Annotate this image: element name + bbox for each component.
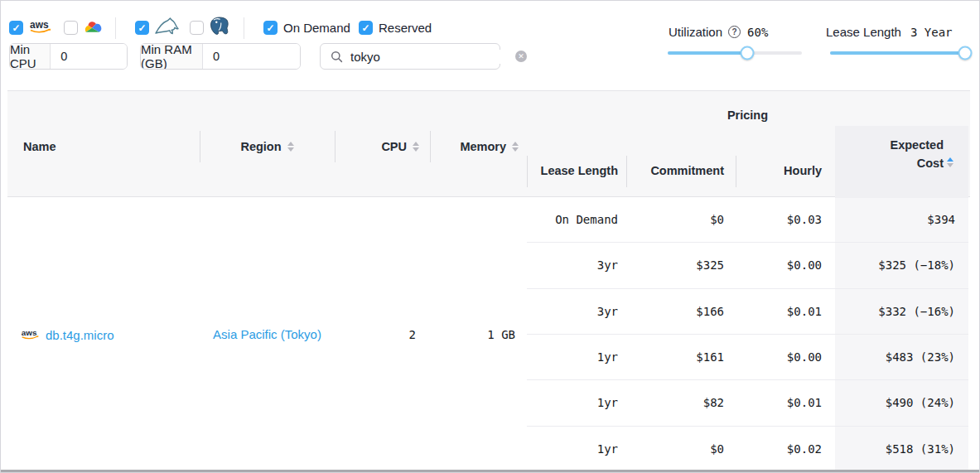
magnifier-icon [331,51,343,63]
cpu-cell: 2 [335,328,430,341]
min-ram-input[interactable] [203,44,300,69]
hourly-cell: $0.00 [736,350,835,364]
column-separator [527,156,528,187]
help-icon[interactable]: ? [728,26,741,38]
expected-cost-cell: $490 (24%) [835,380,968,425]
lease-length-control-label: Lease Length 3 Year [826,25,953,39]
commitment-cell: $166 [626,305,736,318]
pricing-row: 1yr $161 $0.00 $483 (23%) [527,335,968,380]
pricing-row: On Demand $0 $0.03 $394 [527,197,968,243]
column-separator [200,131,200,162]
memory-cell: 1 GB [430,328,527,341]
memory-column-header[interactable]: Memory [430,138,527,155]
utilization-value: 60% [747,26,768,39]
mysql-dolphin-logo-icon [153,16,180,37]
hourly-cell: $0.00 [736,258,835,272]
cloud-pricing-app: ✓ aws ✓ ✓ ✓ ✓ On Demand ✓ [0,0,980,473]
commitment-cell: $0 [626,213,736,226]
hourly-cell: $0.02 [736,442,835,456]
clear-search-icon[interactable]: ✕ [515,51,527,62]
aws-logo-icon: aws [29,19,52,35]
region-column-label: Region [240,138,281,155]
lease-length-value: 3 Year [910,26,953,39]
pricing-row: 1yr $0 $0.02 $518 (31%) [527,427,968,471]
expected-cost-cell: $325 (−18%) [835,243,968,287]
lease-length-column-header: Lease Length [527,162,626,180]
postgresql-elephant-logo-icon [209,16,230,37]
pricing-row: 3yr $166 $0.01 $332 (−16%) [527,289,968,335]
commitment-cell: $0 [626,442,736,456]
column-separator [736,156,736,187]
min-cpu-label: Min CPU [10,44,51,69]
utilization-slider-fill [668,51,747,55]
min-cpu-input[interactable] [51,44,127,69]
svg-text:aws: aws [22,328,37,337]
expected-cost-cell: $394 [835,197,968,242]
instances-table: Pricing Name Region CPU Memory Lease Len… [7,90,970,472]
check-icon: ✓ [361,23,369,33]
lease-length-cell: 1yr [527,396,626,409]
filter-divider [115,17,116,39]
commitment-cell: $325 [626,258,736,272]
check-icon: ✓ [12,23,20,33]
region-column-header[interactable]: Region [200,138,335,155]
min-ram-filter: Min RAM (GB) [140,43,301,70]
sort-arrows-icon[interactable] [413,142,419,152]
on-demand-checkbox[interactable]: ✓ [263,21,278,35]
region-link[interactable]: Asia Pacific (Tokyo) [213,327,321,341]
instance-row: aws db.t4g.micro Asia Pacific (Tokyo) 2 … [7,197,527,471]
google-cloud-provider-checkbox[interactable]: ✓ [64,21,78,35]
lease-length-label: Lease Length [826,25,901,39]
sort-arrows-icon[interactable] [512,142,519,152]
pricing-row: 1yr $82 $0.01 $490 (24%) [527,380,968,426]
mysql-engine-checkbox[interactable]: ✓ [135,21,149,35]
reserved-checkbox[interactable]: ✓ [359,21,373,35]
expected-cost-cell: $518 (31%) [835,427,968,471]
search-input[interactable] [350,50,515,64]
sort-arrows-icon[interactable] [947,157,953,167]
search-box: ✕ [320,43,500,70]
utilization-slider-thumb[interactable] [741,46,755,60]
table-body: aws db.t4g.micro Asia Pacific (Tokyo) 2 … [7,197,970,471]
expected-cost-cell: $332 (−16%) [835,289,968,334]
cpu-column-label: CPU [381,138,407,155]
page-bottom-edge [1,470,979,472]
table-header: Pricing Name Region CPU Memory Lease Len… [7,90,970,197]
commitment-column-header: Commitment [626,162,736,180]
postgresql-engine-checkbox[interactable]: ✓ [190,21,204,35]
region-cell: Asia Pacific (Tokyo) [200,327,335,342]
instance-name-link[interactable]: db.t4g.micro [46,327,114,341]
column-separator [626,156,627,187]
memory-column-label: Memory [460,138,506,155]
instance-name-cell: aws db.t4g.micro [21,327,114,341]
lease-length-slider-thumb[interactable] [958,46,972,60]
check-icon: ✓ [266,23,274,33]
commitment-cell: $82 [626,396,736,409]
lease-length-cell: On Demand [527,213,626,226]
column-separator [430,131,431,162]
min-cpu-filter: Min CPU [9,43,128,70]
lease-length-slider-fill [830,51,965,55]
reserved-label: Reserved [379,21,432,35]
hourly-cell: $0.01 [736,305,835,318]
check-icon: ✓ [138,23,146,33]
aws-logo-icon: aws [21,328,40,341]
column-separator [335,131,336,162]
pricing-group-header: Pricing [527,107,968,123]
lease-length-slider[interactable] [830,51,968,55]
min-ram-label: Min RAM (GB) [141,44,203,69]
on-demand-label: On Demand [283,21,350,35]
pricing-rows: On Demand $0 $0.03 $394 3yr $325 $0.00 $… [527,197,968,471]
utilization-slider[interactable] [668,51,802,55]
hourly-column-header: Hourly [736,162,835,180]
lease-length-cell: 1yr [527,350,626,364]
sort-arrows-icon[interactable] [287,142,294,152]
lease-length-cell: 3yr [527,258,626,272]
cpu-column-header[interactable]: CPU [335,138,430,155]
lease-length-cell: 3yr [527,305,626,318]
aws-provider-checkbox[interactable]: ✓ [9,21,23,35]
expected-cost-column-header[interactable]: Expected Cost [835,126,968,198]
utilization-label: Utilization [669,25,722,39]
filter-divider [244,17,244,39]
google-cloud-logo-icon [82,19,103,36]
